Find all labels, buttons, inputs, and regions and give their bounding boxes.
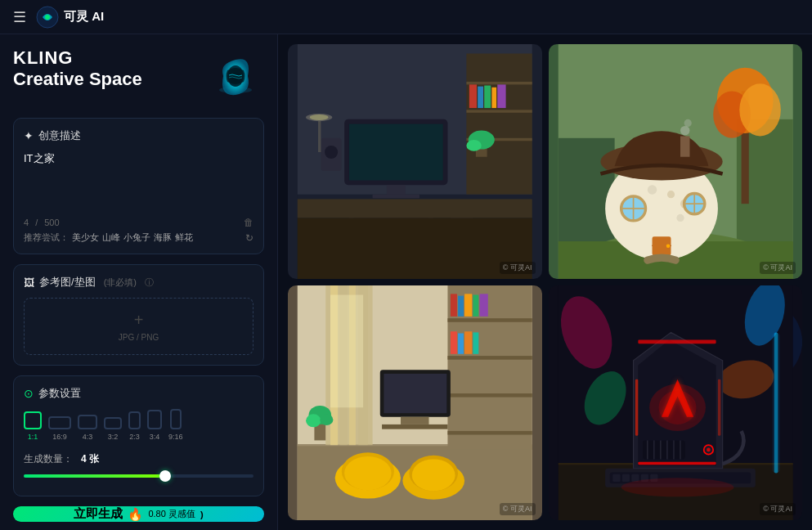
ratio-3-2-label: 3:2 bbox=[108, 433, 119, 441]
textarea-footer: 4 / 500 🗑 bbox=[24, 217, 253, 228]
svg-point-24 bbox=[325, 146, 338, 159]
svg-point-39 bbox=[739, 83, 781, 136]
svg-rect-69 bbox=[330, 294, 363, 407]
svg-rect-10 bbox=[469, 84, 477, 108]
svg-point-122 bbox=[707, 448, 711, 452]
fire-icon: 🔥 bbox=[128, 507, 143, 522]
svg-rect-73 bbox=[447, 393, 532, 398]
upload-button[interactable]: + JPG / PNG bbox=[24, 298, 253, 355]
svg-rect-86 bbox=[401, 417, 428, 424]
desk-scene-svg bbox=[288, 44, 542, 279]
logo-container: 可灵 AI bbox=[36, 6, 104, 29]
ratio-3-4[interactable]: 3:4 bbox=[147, 410, 162, 441]
suggestion-tag-4[interactable]: 鲜花 bbox=[175, 231, 193, 244]
ratio-1-1[interactable]: 1:1 bbox=[24, 411, 42, 441]
svg-point-32 bbox=[310, 115, 329, 120]
svg-rect-87 bbox=[382, 424, 447, 429]
svg-point-59 bbox=[680, 126, 689, 135]
svg-rect-81 bbox=[458, 334, 464, 354]
gallery-item-desk: © 可灵AI bbox=[288, 44, 542, 279]
slider-thumb[interactable] bbox=[159, 470, 171, 482]
left-panel: KLING Creative Space bbox=[0, 34, 278, 530]
count-value: 4 张 bbox=[81, 452, 99, 466]
svg-rect-7 bbox=[466, 82, 532, 84]
gallery-panel: © 可灵AI bbox=[278, 34, 812, 530]
svg-rect-79 bbox=[479, 294, 487, 317]
svg-rect-76 bbox=[458, 296, 464, 317]
generate-button[interactable]: 立即生成 🔥 0.80 灵感值 ) bbox=[13, 506, 264, 522]
top-navigation: ☰ 可灵 AI bbox=[0, 0, 812, 34]
svg-point-96 bbox=[306, 414, 321, 427]
char-current: 4 bbox=[24, 218, 29, 227]
params-section-title: ⊙ 参数设置 bbox=[24, 386, 253, 401]
svg-rect-110 bbox=[638, 340, 716, 344]
gallery-item-pc: © 可灵AI bbox=[549, 285, 803, 520]
svg-rect-20 bbox=[349, 124, 443, 181]
svg-rect-12 bbox=[484, 86, 491, 109]
prompt-section-title: ✦ 创意描述 bbox=[24, 128, 253, 143]
prompt-section: ✦ 创意描述 IT之家 4 / 500 🗑 推荐尝试： 美少女 山峰 小兔子 海… bbox=[13, 118, 264, 254]
info-icon[interactable]: ⓘ bbox=[145, 276, 154, 289]
plus-icon: + bbox=[134, 311, 144, 330]
image-icon: 🖼 bbox=[24, 276, 34, 289]
ratio-3-2[interactable]: 3:2 bbox=[104, 417, 122, 441]
svg-rect-72 bbox=[447, 356, 532, 360]
svg-point-1 bbox=[45, 15, 50, 20]
upload-format-label: JPG / PNG bbox=[119, 333, 159, 342]
svg-rect-13 bbox=[491, 88, 496, 108]
svg-rect-28 bbox=[298, 199, 532, 218]
pc-scene-svg bbox=[549, 285, 803, 520]
slider-fill bbox=[24, 474, 162, 478]
slider-track bbox=[24, 474, 253, 478]
watermark-pc: © 可灵AI bbox=[760, 503, 796, 515]
ratio-1-1-label: 1:1 bbox=[28, 433, 38, 441]
char-max: 500 bbox=[44, 218, 59, 227]
svg-rect-126 bbox=[621, 474, 629, 482]
svg-rect-132 bbox=[772, 332, 779, 473]
suggestion-tag-3[interactable]: 海豚 bbox=[154, 231, 172, 244]
prompt-title-text: 创意描述 bbox=[38, 128, 81, 143]
svg-rect-127 bbox=[631, 474, 639, 482]
svg-rect-83 bbox=[473, 332, 478, 353]
svg-rect-113 bbox=[638, 462, 716, 465]
count-row: 生成数量： 4 张 bbox=[24, 452, 253, 466]
count-label: 生成数量： bbox=[24, 452, 73, 466]
ratio-2-3[interactable]: 2:3 bbox=[128, 411, 141, 441]
ratio-16-9-label: 16:9 bbox=[52, 433, 67, 441]
suggestion-tag-2[interactable]: 小兔子 bbox=[123, 231, 150, 244]
main-layout: KLING Creative Space bbox=[0, 34, 812, 530]
ratio-4-3[interactable]: 4:3 bbox=[78, 415, 97, 441]
svg-point-45 bbox=[666, 191, 674, 198]
svg-point-90 bbox=[344, 456, 391, 490]
clear-button[interactable]: 🗑 bbox=[244, 217, 253, 228]
suggestions-row: 推荐尝试： 美少女 山峰 小兔子 海豚 鲜花 ↻ bbox=[24, 231, 253, 244]
refresh-suggestions-button[interactable]: ↻ bbox=[245, 232, 253, 244]
svg-rect-14 bbox=[497, 84, 505, 108]
svg-rect-11 bbox=[478, 87, 483, 108]
svg-rect-111 bbox=[635, 380, 637, 436]
svg-rect-29 bbox=[298, 218, 532, 279]
kling-3d-logo bbox=[207, 47, 264, 105]
ratio-16-9[interactable]: 16:9 bbox=[48, 416, 71, 441]
brand-creative: Creative Space bbox=[13, 69, 142, 90]
optional-label: (非必填) bbox=[104, 276, 137, 289]
svg-point-109 bbox=[658, 391, 696, 424]
svg-rect-85 bbox=[384, 374, 446, 413]
brand-logo-text: 可灵 AI bbox=[64, 9, 104, 25]
svg-rect-8 bbox=[466, 110, 532, 112]
params-title-text: 参数设置 bbox=[38, 386, 81, 401]
inspiration-close: ) bbox=[200, 510, 204, 519]
svg-point-48 bbox=[676, 214, 684, 222]
suggestion-tag-0[interactable]: 美少女 bbox=[72, 231, 99, 244]
prompt-textarea[interactable]: IT之家 bbox=[24, 151, 253, 209]
ratio-9-16[interactable]: 9:16 bbox=[168, 409, 183, 441]
char-count: 4 / 500 bbox=[24, 218, 60, 227]
ratio-4-3-label: 4:3 bbox=[83, 433, 93, 441]
watermark-living: © 可灵AI bbox=[500, 503, 536, 515]
menu-icon[interactable]: ☰ bbox=[13, 8, 26, 26]
svg-rect-74 bbox=[447, 431, 532, 435]
svg-rect-114 bbox=[643, 440, 685, 459]
suggestion-tag-1[interactable]: 山峰 bbox=[102, 231, 120, 244]
svg-rect-71 bbox=[447, 318, 532, 322]
count-slider[interactable] bbox=[24, 474, 253, 478]
